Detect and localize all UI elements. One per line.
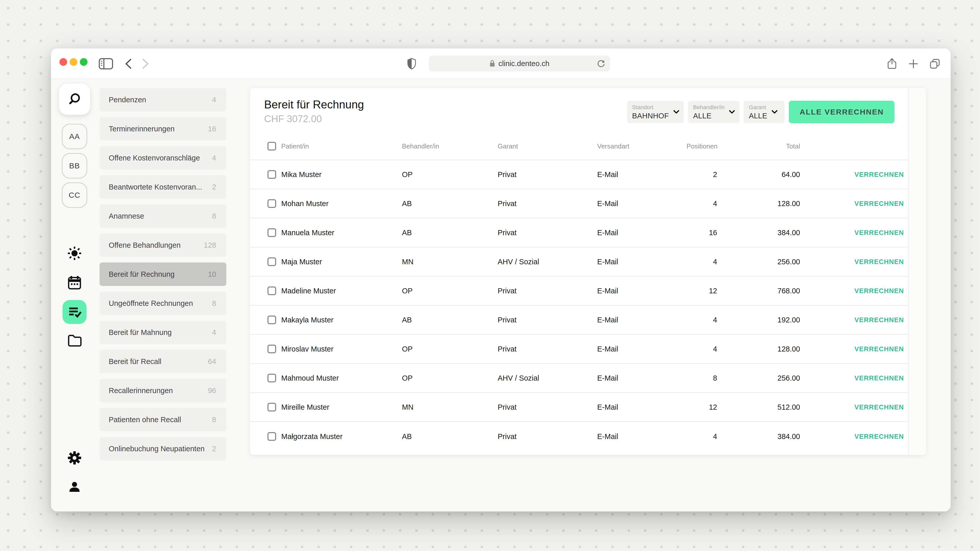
url-bar[interactable]: clinic.denteo.ch (429, 56, 610, 71)
cell-positionen: 4 (687, 345, 717, 353)
table-row[interactable]: Mika Muster OP Privat E-Mail 2 64.00 VER… (250, 160, 907, 189)
verrechnen-link[interactable]: VERRECHNEN (800, 229, 907, 237)
cell-patient: Mohan Muster (281, 200, 402, 208)
privacy-shield-icon[interactable] (406, 48, 417, 79)
verrechnen-link[interactable]: VERRECHNEN (800, 403, 907, 411)
row-checkbox[interactable] (267, 286, 276, 295)
cell-positionen: 12 (687, 403, 717, 411)
verrechnen-link[interactable]: VERRECHNEN (800, 433, 907, 441)
row-checkbox[interactable] (267, 228, 276, 237)
sidebar-item[interactable]: Anamnese 8 (100, 204, 226, 228)
close-window-button[interactable] (59, 58, 67, 66)
avatar[interactable]: BB (62, 153, 87, 179)
sidebar-item[interactable]: Beantwortete Kostenvoran... 2 (100, 175, 226, 199)
sidebar-item[interactable]: Bereit für Mahnung 4 (100, 321, 226, 344)
sidebar-item[interactable]: Offene Behandlungen 128 (100, 233, 226, 257)
table-row[interactable]: Miroslav Muster OP Privat E-Mail 4 128.0… (250, 335, 907, 364)
table-row[interactable]: Małgorzata Muster AB Privat E-Mail 4 384… (250, 422, 907, 451)
share-icon[interactable] (886, 48, 898, 79)
search-button[interactable] (59, 84, 90, 115)
table-row[interactable]: Makayla Muster AB Privat E-Mail 4 192.00… (250, 306, 907, 335)
table-row[interactable]: Mahmoud Muster OP AHV / Sozial E-Mail 8 … (250, 364, 907, 393)
row-checkbox[interactable] (267, 403, 276, 411)
verrechnen-link[interactable]: VERRECHNEN (800, 171, 907, 179)
row-checkbox[interactable] (267, 257, 276, 266)
theme-button[interactable] (67, 246, 82, 260)
cell-positionen: 4 (687, 316, 717, 324)
row-checkbox[interactable] (267, 316, 276, 324)
cell-patient: Maja Muster (281, 258, 402, 266)
alle-verrechnen-button[interactable]: ALLE VERRECHNEN (789, 101, 894, 123)
chevron-down-icon (729, 110, 735, 114)
table-row[interactable]: Mohan Muster AB Privat E-Mail 4 128.00 V… (250, 189, 907, 218)
sidebar-item-label: Recallerinnerungen (109, 386, 208, 395)
row-checkbox[interactable] (267, 199, 276, 208)
sidebar-item-count: 2 (212, 445, 216, 453)
scrollbar-gutter[interactable] (908, 88, 926, 455)
tabs-overview-icon[interactable] (928, 48, 941, 79)
verrechnen-link[interactable]: VERRECHNEN (800, 200, 907, 208)
cell-total: 128.00 (717, 345, 800, 353)
cell-patient: Makayla Muster (281, 316, 402, 324)
main-panel: Bereit für Rechnung CHF 3072.00 Standort… (250, 88, 926, 455)
table-row[interactable]: Madeline Muster OP Privat E-Mail 12 768.… (250, 276, 907, 306)
back-icon[interactable] (123, 48, 134, 79)
select-all-checkbox[interactable] (267, 142, 276, 151)
documents-button[interactable] (67, 334, 82, 347)
cell-behandler: MN (402, 258, 498, 266)
filter-dropdown[interactable]: Standort BAHNHOF (627, 101, 684, 123)
cell-positionen: 8 (687, 374, 717, 383)
sidebar-item[interactable]: Bereit für Recall 64 (100, 350, 226, 373)
table-row[interactable]: Mireille Muster MN Privat E-Mail 12 512.… (250, 393, 907, 422)
sidebar-item[interactable]: Offene Kostenvoranschläge 4 (100, 146, 226, 170)
sidebar-item[interactable]: Bereit für Rechnung 10 (100, 262, 226, 286)
avatar[interactable]: CC (62, 183, 87, 208)
sidebar-item[interactable]: Pendenzen 4 (100, 88, 226, 111)
sidebar-item[interactable]: Onlinebuchung Neupatienten 2 (100, 437, 226, 460)
url-text: clinic.denteo.ch (498, 59, 549, 68)
cell-patient: Mireille Muster (281, 403, 402, 411)
cell-total: 384.00 (717, 432, 800, 441)
page-title: Bereit für Rechnung (264, 98, 364, 111)
verrechnen-link[interactable]: VERRECHNEN (800, 258, 907, 266)
minimize-window-button[interactable] (70, 58, 77, 66)
sidebar-toggle-icon[interactable] (99, 48, 113, 79)
sidebar-item[interactable]: Ungeöffnete Rechnungen 8 (100, 292, 226, 315)
forward-icon[interactable] (140, 48, 151, 79)
row-checkbox[interactable] (267, 374, 276, 383)
calendar-icon (67, 275, 82, 290)
new-tab-icon[interactable] (907, 48, 919, 79)
filter-dropdown[interactable]: Behandler/in ALLE (688, 101, 740, 123)
cell-patient: Małgorzata Muster (281, 432, 402, 441)
verrechnen-link[interactable]: VERRECHNEN (800, 287, 907, 295)
row-checkbox[interactable] (267, 345, 276, 353)
sidebar-item[interactable]: Patienten ohne Recall 8 (100, 408, 226, 431)
calendar-button[interactable] (67, 275, 82, 290)
chevron-down-icon (771, 110, 778, 114)
settings-button[interactable] (67, 451, 82, 465)
row-checkbox[interactable] (267, 432, 276, 441)
billing-tasks-button[interactable] (62, 300, 86, 324)
sidebar-item-count: 8 (212, 299, 216, 308)
avatar[interactable]: AA (62, 124, 87, 149)
table-row[interactable]: Maja Muster MN AHV / Sozial E-Mail 4 256… (250, 248, 907, 276)
reload-icon[interactable] (596, 59, 606, 68)
verrechnen-link[interactable]: VERRECHNEN (800, 316, 907, 324)
column-header: Positionen (687, 142, 717, 150)
sidebar-item-count: 128 (204, 241, 216, 249)
sidebar-item-count: 4 (212, 328, 216, 337)
sidebar-item-count: 2 (212, 183, 216, 191)
sidebar-item[interactable]: Terminerinnerungen 16 (100, 117, 226, 141)
verrechnen-link[interactable]: VERRECHNEN (800, 345, 907, 353)
cell-total: 256.00 (717, 374, 800, 383)
table-row[interactable]: Manuela Muster AB Privat E-Mail 16 384.0… (250, 218, 907, 248)
filter-dropdown[interactable]: Garant ALLE (744, 101, 784, 123)
verrechnen-link[interactable]: VERRECHNEN (800, 374, 907, 382)
cell-versandart: E-Mail (597, 229, 687, 237)
sidebar-item[interactable]: Recallerinnerungen 96 (100, 379, 226, 402)
zoom-window-button[interactable] (80, 58, 88, 66)
profile-button[interactable] (67, 480, 82, 494)
cell-garant: Privat (498, 287, 597, 295)
cell-garant: AHV / Sozial (498, 374, 597, 383)
row-checkbox[interactable] (267, 170, 276, 179)
